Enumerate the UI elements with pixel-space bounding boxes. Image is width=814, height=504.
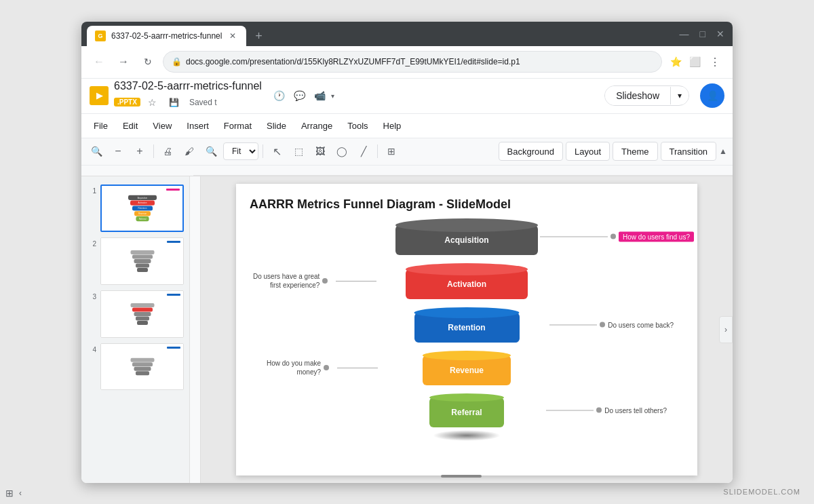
activation-left-label: Do users have a greatfirst experience? bbox=[253, 272, 376, 290]
menu-bar: File Edit View Insert Format Slide Arran… bbox=[81, 114, 733, 138]
maximize-button[interactable]: □ bbox=[697, 26, 708, 42]
slide-canvas[interactable]: AARRR Metrics Funnel Diagram - SlideMode… bbox=[236, 184, 697, 476]
pptx-badge: .PPTX bbox=[114, 98, 140, 106]
funnel-shadow bbox=[433, 430, 501, 441]
menu-arrange[interactable]: Arrange bbox=[294, 118, 339, 134]
title-bar: G 6337-02-5-aarrr-metrics-funnel ✕ + — □… bbox=[81, 22, 733, 46]
zoom-fit-icon[interactable]: 🔍 bbox=[201, 142, 220, 161]
slide-preview-2[interactable] bbox=[100, 237, 184, 285]
slide-number-4: 4 bbox=[87, 343, 96, 353]
tab-favicon: G bbox=[95, 31, 106, 41]
cursor-icon[interactable]: ↖ bbox=[267, 142, 286, 161]
expand-panel-button[interactable]: › bbox=[719, 316, 733, 343]
tab-close-button[interactable]: ✕ bbox=[227, 31, 238, 41]
slide-thumb-4[interactable]: 4 bbox=[81, 341, 189, 393]
shape-select-icon[interactable]: ⬚ bbox=[289, 142, 308, 161]
toolbar2-right: Background Layout Theme Transition ▲ bbox=[499, 142, 727, 161]
slide-workspace[interactable]: AARRR Metrics Funnel Diagram - SlideMode… bbox=[190, 176, 733, 483]
text-box-icon[interactable]: ⊞ bbox=[382, 142, 401, 161]
menu-view[interactable]: View bbox=[146, 118, 178, 134]
acquisition-line bbox=[540, 236, 608, 237]
vertical-ruler bbox=[190, 176, 201, 483]
paint-icon[interactable]: 🖌 bbox=[180, 142, 199, 161]
arrow-4: ▼ bbox=[462, 384, 471, 395]
slide-thumb-2[interactable]: 2 bbox=[81, 235, 189, 288]
toolbar-separator-2 bbox=[263, 144, 263, 158]
line-icon[interactable]: ╱ bbox=[354, 142, 373, 161]
activation-top bbox=[406, 263, 528, 275]
transition-button[interactable]: Transition bbox=[661, 142, 717, 161]
slide-panel: 1 Acquisition Activation Retention Reven… bbox=[81, 176, 190, 483]
star-icon[interactable]: ☆ bbox=[143, 93, 162, 112]
background-button[interactable]: Background bbox=[499, 142, 563, 161]
slide-thumb-1[interactable]: 1 Acquisition Activation Retention Reven… bbox=[81, 182, 189, 235]
refresh-button[interactable]: ↻ bbox=[138, 52, 157, 71]
toolbar-separator-3 bbox=[377, 144, 378, 158]
slide-number-3: 3 bbox=[87, 290, 96, 301]
theme-button[interactable]: Theme bbox=[613, 142, 657, 161]
menu-slide[interactable]: Slide bbox=[260, 118, 293, 134]
slideshow-button-group: Slideshow ▾ bbox=[604, 85, 689, 106]
save-to-drive-icon[interactable]: 💾 bbox=[165, 93, 184, 112]
revenue-dot bbox=[324, 365, 329, 370]
slide-preview-1[interactable]: Acquisition Activation Retention Revenue… bbox=[100, 185, 184, 233]
image-icon[interactable]: 🖼 bbox=[311, 142, 330, 161]
menu-insert[interactable]: Insert bbox=[180, 118, 216, 134]
minimize-button[interactable]: — bbox=[677, 26, 692, 42]
zoom-in-icon[interactable]: + bbox=[130, 142, 149, 161]
acquisition-dot bbox=[610, 234, 616, 239]
slideshow-button[interactable]: Slideshow bbox=[605, 86, 670, 105]
new-tab-button[interactable]: + bbox=[249, 27, 268, 46]
acquisition-highlight-label: How do users find us? bbox=[619, 231, 694, 241]
lock-icon: 🔒 bbox=[172, 57, 182, 66]
tab-title: 6337-02-5-aarrr-metrics-funnel bbox=[111, 31, 222, 41]
layout-button[interactable]: Layout bbox=[566, 142, 610, 161]
retention-label: Retention bbox=[448, 323, 485, 332]
add-people-button[interactable]: 👤 bbox=[700, 83, 724, 108]
address-right-icons: ⭐ ⬜ ⋮ bbox=[667, 53, 724, 71]
retention-dot bbox=[600, 322, 605, 328]
zoom-selector[interactable]: Fit bbox=[223, 142, 258, 160]
saved-status: Saved t bbox=[189, 98, 217, 107]
comments-icon[interactable]: 💬 bbox=[290, 86, 309, 105]
doc-favicon: ▶ bbox=[90, 86, 109, 105]
menu-format[interactable]: Format bbox=[217, 118, 258, 134]
slide-number-1: 1 bbox=[87, 185, 96, 195]
toolbar-separator-1 bbox=[153, 144, 154, 158]
doc-info: 6337-02-5-aarrr-metrics-funnel .PPTX ☆ 💾… bbox=[114, 80, 262, 112]
revenue-left-label: How do you makemoney? bbox=[267, 359, 378, 376]
shapes-icon[interactable]: ◯ bbox=[332, 142, 351, 161]
back-button[interactable]: ← bbox=[90, 52, 109, 71]
close-button[interactable]: ✕ bbox=[714, 26, 727, 42]
zoom-out-icon[interactable]: − bbox=[109, 142, 128, 161]
history-icon[interactable]: 🕐 bbox=[270, 86, 289, 105]
menu-file[interactable]: File bbox=[87, 118, 115, 134]
address-input[interactable]: 🔒 docs.google.com/presentation/d/155Kly8… bbox=[163, 51, 662, 73]
tab-area: G 6337-02-5-aarrr-metrics-funnel ✕ + bbox=[87, 22, 677, 46]
referral-right-label: Do users tell others? bbox=[596, 406, 667, 414]
menu-help[interactable]: Help bbox=[376, 118, 408, 134]
funnel-diagram: Acquisition How do users find us? bbox=[250, 218, 684, 441]
scroll-bar bbox=[441, 475, 482, 478]
search-icon[interactable]: 🔍 bbox=[87, 142, 106, 161]
arrow-3: ▼ bbox=[462, 341, 471, 352]
funnel-revenue-row: Revenue How do you makemoney? bbox=[395, 351, 538, 385]
menu-edit[interactable]: Edit bbox=[116, 118, 144, 134]
forward-button[interactable]: → bbox=[114, 52, 133, 71]
slideshow-dropdown-button[interactable]: ▾ bbox=[670, 87, 689, 104]
browser-window: G 6337-02-5-aarrr-metrics-funnel ✕ + — □… bbox=[81, 22, 733, 483]
bookmark-icon[interactable]: ⭐ bbox=[667, 54, 684, 70]
more-options-button[interactable]: ⋮ bbox=[705, 53, 724, 71]
toolbar2-chevron[interactable]: ▲ bbox=[719, 147, 727, 156]
slide-preview-3[interactable] bbox=[100, 290, 184, 338]
revenue-top bbox=[423, 351, 511, 360]
slide-thumb-3[interactable]: 3 bbox=[81, 288, 189, 341]
menu-tools[interactable]: Tools bbox=[341, 118, 374, 134]
browser-tab[interactable]: G 6337-02-5-aarrr-metrics-funnel ✕ bbox=[87, 26, 246, 46]
ruler-marks: // ticks rendered via loop below bbox=[193, 166, 733, 176]
print-icon[interactable]: 🖨 bbox=[158, 142, 177, 161]
screen-share-icon[interactable]: ⬜ bbox=[686, 54, 703, 70]
video-icon[interactable]: 📹 bbox=[311, 86, 330, 105]
retention-top bbox=[414, 307, 520, 318]
slide-preview-4[interactable] bbox=[100, 343, 184, 391]
